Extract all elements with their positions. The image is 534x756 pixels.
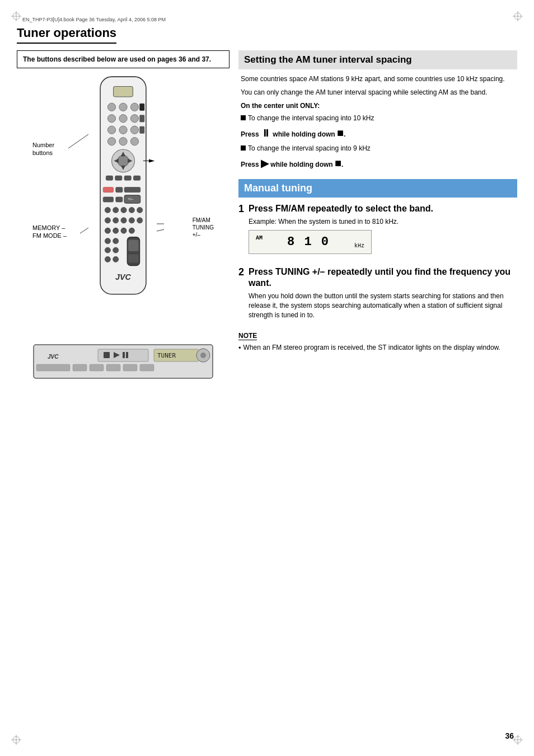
section2-header: Manual tuning	[238, 179, 517, 198]
svg-point-23	[119, 126, 127, 134]
svg-rect-86	[123, 364, 137, 371]
svg-rect-81	[126, 352, 128, 358]
svg-point-58	[121, 228, 127, 233]
step1-content: Press FM/AM repeatedly to select the ban…	[249, 203, 517, 259]
svg-text:JVC: JVC	[115, 273, 131, 281]
frequency-display: AM 8 1 0 kHz	[249, 230, 372, 254]
bullet1: To change the interval spacing into 10 k…	[241, 114, 515, 122]
corner-mark-tl	[11, 11, 21, 21]
svg-rect-39	[103, 187, 113, 192]
label-fmam: FM/AMTUNING+/–	[193, 217, 214, 238]
svg-point-53	[121, 218, 127, 223]
svg-point-16	[130, 103, 138, 111]
svg-point-27	[119, 138, 127, 145]
bullet1-text: To change the interval spacing into 10 k…	[248, 114, 374, 122]
step2-title: Press TUNING +/– repeatedly until you fi…	[249, 266, 517, 290]
svg-rect-62	[128, 254, 138, 262]
svg-point-52	[113, 218, 119, 223]
svg-text:+/–: +/–	[128, 197, 133, 201]
svg-point-67	[105, 256, 110, 262]
corner-mark-tr	[513, 11, 523, 21]
svg-point-59	[129, 228, 134, 233]
file-info: EN_THP7-P3[U]4.book Page 36 Tuesday, Apr…	[22, 17, 517, 22]
svg-point-56	[105, 228, 110, 233]
section2-title: Manual tuning	[244, 182, 512, 194]
frequency-value: 8 1 0	[287, 235, 330, 249]
left-column: The buttons described below are used on …	[17, 50, 229, 386]
note-text: When an FM stereo program is received, t…	[243, 342, 500, 353]
svg-point-65	[105, 247, 110, 253]
svg-rect-78	[104, 352, 110, 358]
step2-content: Press TUNING +/– repeatedly until you fi…	[249, 266, 517, 323]
svg-rect-21	[140, 115, 144, 122]
svg-point-22	[107, 126, 115, 134]
svg-point-15	[119, 103, 127, 111]
svg-rect-82	[36, 364, 70, 371]
svg-point-49	[129, 207, 134, 213]
svg-rect-87	[140, 364, 154, 371]
svg-point-14	[107, 103, 115, 111]
svg-point-19	[119, 115, 127, 123]
svg-point-63	[105, 238, 110, 244]
svg-point-91	[200, 353, 206, 358]
svg-point-30	[118, 155, 129, 166]
svg-point-26	[107, 138, 115, 145]
svg-rect-13	[114, 87, 133, 97]
svg-rect-83	[73, 364, 87, 371]
section1-para1: Some countries space AM stations 9 kHz a…	[241, 74, 515, 84]
note-section: NOTE • When an FM stereo program is rece…	[238, 331, 517, 353]
svg-point-20	[130, 115, 138, 123]
svg-marker-71	[149, 159, 154, 162]
svg-point-51	[105, 218, 110, 223]
svg-point-68	[113, 256, 119, 262]
bullet2-text: To change the interval spacing into 9 kH…	[248, 144, 371, 152]
svg-rect-61	[128, 240, 138, 251]
press-instruction-2: Press ▶ while holding down ■.	[241, 154, 515, 171]
step2: 2 Press TUNING +/– repeatedly until you …	[238, 266, 517, 323]
svg-point-50	[137, 207, 143, 213]
svg-rect-37	[124, 176, 131, 180]
on-center-unit-label: On the center unit ONLY:	[241, 101, 515, 111]
svg-point-24	[130, 126, 138, 134]
bullet-sq-icon	[241, 115, 246, 120]
step1-title: Press FM/AM repeatedly to select the ban…	[249, 203, 517, 215]
am-label: AM	[256, 235, 263, 241]
page-container: EN_THP7-P3[U]4.book Page 36 Tuesday, Apr…	[0, 0, 534, 756]
khz-label: kHz	[354, 243, 364, 249]
svg-rect-42	[103, 197, 113, 202]
step1-desc: Example: When the system is tuned in to …	[249, 217, 517, 227]
svg-point-47	[113, 207, 119, 213]
svg-point-46	[105, 207, 110, 213]
corner-mark-bl	[11, 735, 21, 745]
note-title: NOTE	[238, 332, 257, 340]
remote-svg: Numberbuttons MEMORY –FM MODE – FM/AMTUN…	[28, 74, 218, 331]
svg-rect-84	[90, 364, 104, 371]
main-layout: The buttons described below are used on …	[17, 50, 517, 386]
svg-point-28	[130, 138, 138, 145]
section1-body: Some countries space AM stations 9 kHz a…	[238, 74, 517, 171]
note-dot-icon: •	[238, 344, 241, 352]
corner-mark-br	[513, 735, 523, 745]
svg-rect-40	[116, 187, 123, 192]
section1-header: Setting the AM tuner interval spacing	[238, 50, 517, 69]
svg-rect-85	[106, 364, 120, 371]
svg-point-48	[121, 207, 127, 213]
svg-rect-17	[140, 104, 144, 110]
page-number: 36	[505, 731, 514, 740]
svg-rect-43	[116, 197, 123, 202]
step1: 1 Press FM/AM repeatedly to select the b…	[238, 203, 517, 259]
step1-number: 1	[238, 203, 244, 215]
svg-point-55	[137, 218, 143, 223]
svg-rect-41	[124, 187, 140, 192]
press-instruction-1: Press ⏸ while holding down ■.	[241, 124, 515, 141]
step2-number: 2	[238, 266, 244, 279]
svg-rect-25	[140, 126, 144, 133]
remote-area: Numberbuttons MEMORY –FM MODE – FM/AMTUN…	[17, 74, 229, 386]
svg-point-18	[107, 115, 115, 123]
right-column: Setting the AM tuner interval spacing So…	[238, 50, 517, 353]
svg-rect-35	[106, 176, 113, 180]
svg-point-64	[113, 238, 119, 244]
svg-point-54	[129, 218, 134, 223]
svg-point-57	[113, 228, 119, 233]
note-bullet: • When an FM stereo program is received,…	[238, 342, 517, 353]
